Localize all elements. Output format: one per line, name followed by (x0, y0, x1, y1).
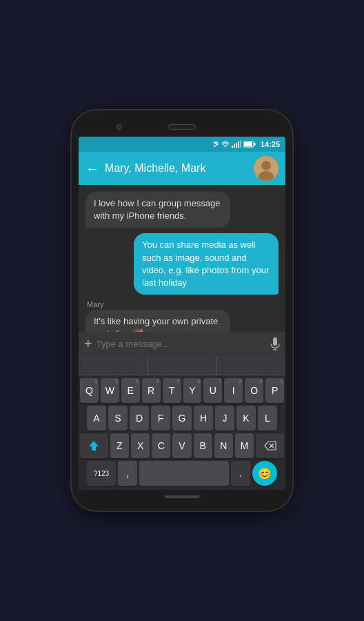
key-O[interactable]: O9 (245, 378, 263, 403)
key-J[interactable]: J (215, 406, 234, 431)
suggestion-2[interactable] (148, 356, 216, 375)
phone-top-bar (79, 117, 285, 137)
space-key[interactable] (139, 461, 229, 486)
key-row-1: Q1 W2 E3 R4 T5 Y6 U7 I8 O9 P0 (80, 378, 284, 403)
keyboard-rows: Q1 W2 E3 R4 T5 Y6 U7 I8 O9 P0 A S D F (79, 375, 285, 490)
svg-marker-16 (89, 441, 99, 451)
wifi-icon (221, 141, 230, 148)
key-K[interactable]: K (236, 406, 256, 431)
chat-title: Mary, Michelle, Mark (105, 162, 248, 175)
key-period[interactable]: . (231, 461, 250, 486)
phone-bottom (79, 490, 285, 504)
key-V[interactable]: V (172, 433, 191, 458)
key-Z[interactable]: Z (110, 433, 129, 458)
key-D[interactable]: D (130, 406, 149, 431)
status-time: 14:25 (261, 140, 280, 148)
key-row-3: Z X C V B N M (80, 433, 284, 458)
mic-icon[interactable] (270, 337, 280, 351)
message-text-2: You can share media as well such as imag… (134, 233, 279, 295)
phone-screen: 14:25 ← Mary, Michelle, Mark (79, 137, 285, 490)
key-N[interactable]: N (214, 433, 233, 458)
suggestion-1[interactable] (79, 356, 148, 375)
key-S[interactable]: S (108, 406, 128, 431)
key-G[interactable]: G (172, 406, 192, 431)
message-text-3: It's like having your own private party … (85, 310, 230, 332)
key-M[interactable]: M (235, 433, 254, 458)
key-A[interactable]: A (87, 406, 106, 431)
key-B[interactable]: B (194, 433, 212, 458)
phone-frame: 14:25 ← Mary, Michelle, Mark (72, 110, 292, 511)
key-row-bottom: ?123 , . 😊 (80, 461, 284, 486)
suggestion-row (79, 356, 285, 375)
key-W[interactable]: W2 (101, 378, 119, 403)
status-bar: 14:25 (79, 137, 285, 152)
input-area: + (79, 332, 285, 356)
key-Q[interactable]: Q1 (80, 378, 99, 403)
key-I[interactable]: I8 (224, 378, 243, 403)
key-T[interactable]: T5 (163, 378, 181, 403)
key-U[interactable]: U7 (203, 378, 222, 403)
key-F[interactable]: F (151, 406, 170, 431)
chat-header: ← Mary, Michelle, Mark (79, 152, 285, 185)
signal-icon (232, 141, 241, 148)
svg-rect-6 (240, 141, 241, 148)
bluetooth-icon (212, 140, 219, 148)
key-C[interactable]: C (152, 433, 170, 458)
svg-rect-13 (273, 337, 277, 346)
key-row-2: A S D F G H J K L (80, 406, 284, 431)
key-E[interactable]: E3 (121, 378, 140, 403)
delete-key[interactable] (256, 433, 284, 458)
key-R[interactable]: R4 (142, 378, 161, 403)
message-input[interactable] (97, 339, 266, 349)
message-bubble-1: I love how I can group message with my i… (85, 192, 279, 228)
sender-name: Mary (85, 300, 279, 308)
svg-rect-4 (236, 143, 237, 148)
speaker (168, 124, 196, 130)
svg-rect-3 (234, 144, 235, 148)
svg-rect-9 (244, 142, 252, 146)
battery-icon (243, 141, 256, 148)
svg-rect-2 (232, 146, 233, 148)
suggestion-3[interactable] (217, 356, 285, 375)
avatar[interactable] (254, 156, 279, 181)
svg-point-1 (225, 147, 226, 148)
numbers-key[interactable]: ?123 (87, 461, 116, 486)
avatar-image (254, 156, 279, 181)
back-button[interactable]: ← (85, 161, 99, 175)
svg-rect-5 (238, 141, 239, 148)
key-P[interactable]: P0 (265, 378, 284, 403)
key-Y[interactable]: Y6 (183, 378, 202, 403)
message-bubble-2: You can share media as well such as imag… (85, 233, 279, 295)
status-icons: 14:25 (212, 140, 280, 148)
svg-rect-8 (254, 143, 255, 146)
keyboard: Q1 W2 E3 R4 T5 Y6 U7 I8 O9 P0 A S D F (79, 356, 285, 490)
message-bubble-3: Mary It's like having your own private p… (85, 300, 279, 332)
camera-dot (117, 124, 122, 130)
messages-area: I love how I can group message with my i… (79, 185, 285, 332)
key-L[interactable]: L (258, 406, 277, 431)
svg-point-11 (261, 161, 271, 170)
key-comma[interactable]: , (118, 461, 137, 486)
key-H[interactable]: H (194, 406, 213, 431)
emoji-key[interactable]: 😊 (252, 461, 277, 486)
message-text-1: I love how I can group message with my i… (85, 192, 230, 228)
plus-button[interactable]: + (84, 336, 92, 352)
key-X[interactable]: X (131, 433, 150, 458)
home-indicator (165, 495, 199, 498)
shift-key[interactable] (80, 433, 108, 458)
